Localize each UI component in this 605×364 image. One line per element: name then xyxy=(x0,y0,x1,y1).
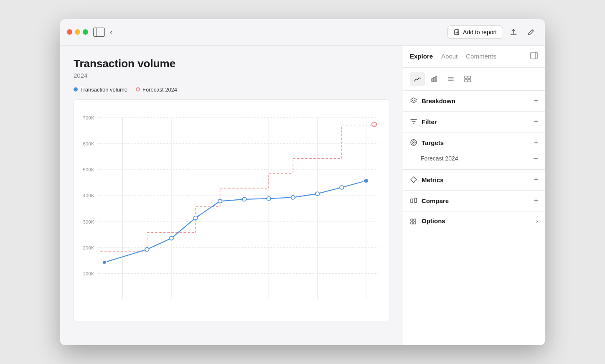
view-line-button[interactable] xyxy=(410,72,425,86)
options-arrow-icon: › xyxy=(536,218,538,224)
back-button[interactable]: ‹ xyxy=(110,28,112,36)
svg-text:700K: 700K xyxy=(83,115,94,120)
section-compare: Compare + xyxy=(403,191,545,211)
sidebar-toggle-icon[interactable] xyxy=(93,28,105,37)
app-window: ‹ Add to report xyxy=(60,19,545,345)
section-metrics: Metrics + xyxy=(403,170,545,191)
options-icon xyxy=(410,217,417,225)
forecast-remove-button[interactable]: − xyxy=(533,154,538,163)
section-breakdown: Breakdown + xyxy=(403,91,545,112)
legend-forecast: Forecast 2024 xyxy=(136,87,177,93)
chart-title: Transaction volume xyxy=(74,57,389,70)
svg-rect-49 xyxy=(414,198,417,203)
legend-label-forecast: Forecast 2024 xyxy=(142,87,177,93)
svg-point-22 xyxy=(102,260,107,264)
svg-point-27 xyxy=(242,197,247,201)
compare-add-button[interactable]: + xyxy=(534,196,538,205)
metrics-add-button[interactable]: + xyxy=(534,176,538,184)
layers-icon xyxy=(410,97,417,104)
compare-header[interactable]: Compare + xyxy=(403,191,545,211)
view-list-button[interactable] xyxy=(443,72,458,86)
panel-sections: Breakdown + Filter + xyxy=(403,91,545,345)
svg-point-47 xyxy=(413,142,414,143)
legend-transaction-volume: Transaction volume xyxy=(74,87,127,93)
main-content: Transaction volume 2024 Transaction volu… xyxy=(60,46,545,345)
svg-point-28 xyxy=(267,196,271,200)
compare-icon xyxy=(410,197,417,204)
svg-text:300K: 300K xyxy=(83,219,94,224)
tab-explore[interactable]: Explore xyxy=(410,53,433,60)
edit-icon xyxy=(527,28,535,36)
svg-rect-50 xyxy=(411,219,413,221)
share-button[interactable] xyxy=(506,25,521,39)
filter-header[interactable]: Filter + xyxy=(403,112,545,132)
svg-rect-51 xyxy=(411,222,413,224)
filter-title: Filter xyxy=(422,118,529,125)
svg-text:400K: 400K xyxy=(83,193,94,198)
svg-point-26 xyxy=(218,199,222,203)
compare-title: Compare xyxy=(422,197,529,204)
grid-icon xyxy=(464,75,471,83)
svg-text:200K: 200K xyxy=(83,245,94,250)
add-report-icon xyxy=(454,29,460,36)
svg-point-30 xyxy=(315,192,320,196)
target-icon xyxy=(410,139,417,146)
panel-collapse-icon[interactable] xyxy=(530,51,538,61)
edit-button[interactable] xyxy=(524,25,538,39)
right-panel: Explore About Comments xyxy=(403,46,545,345)
tab-comments[interactable]: Comments xyxy=(466,53,496,60)
chart-subtitle: 2024 xyxy=(74,72,389,79)
list-icon xyxy=(447,75,455,83)
filter-icon xyxy=(410,118,417,125)
share-icon xyxy=(510,28,517,36)
bar-chart-icon xyxy=(430,75,438,83)
svg-rect-35 xyxy=(432,79,433,81)
view-grid-button[interactable] xyxy=(460,72,475,86)
legend-dot-forecast xyxy=(136,87,140,92)
chart-panel: Transaction volume 2024 Transaction volu… xyxy=(60,46,403,345)
svg-rect-44 xyxy=(468,79,470,82)
svg-rect-53 xyxy=(414,222,416,224)
legend-dot-blue xyxy=(74,87,78,92)
options-title: Options xyxy=(422,217,532,224)
section-targets: Targets + Forecast 2024 − xyxy=(403,132,545,170)
metrics-header[interactable]: Metrics + xyxy=(403,170,545,190)
svg-text:100K: 100K xyxy=(83,271,94,276)
svg-rect-33 xyxy=(531,52,537,59)
targets-header[interactable]: Targets + xyxy=(403,132,545,153)
close-button[interactable] xyxy=(67,29,72,35)
diamond-icon xyxy=(410,176,417,183)
targets-sub: Forecast 2024 − xyxy=(403,153,545,169)
svg-point-31 xyxy=(340,186,344,189)
svg-rect-42 xyxy=(468,76,470,79)
forecast-2024-label: Forecast 2024 xyxy=(421,155,458,162)
svg-point-25 xyxy=(193,216,198,219)
targets-add-button[interactable]: + xyxy=(534,138,538,147)
chart-svg: 700K 600K 500K 400K 300K 200K 100K xyxy=(74,107,382,314)
maximize-button[interactable] xyxy=(83,29,88,35)
breakdown-add-button[interactable]: + xyxy=(534,97,538,105)
add-report-label: Add to report xyxy=(463,29,497,36)
breakdown-header[interactable]: Breakdown + xyxy=(403,91,545,111)
minimize-button[interactable] xyxy=(75,29,80,35)
chart-area: 700K 600K 500K 400K 300K 200K 100K xyxy=(74,99,389,321)
view-bar-button[interactable] xyxy=(427,72,442,86)
options-header[interactable]: Options › xyxy=(403,211,545,231)
svg-text:500K: 500K xyxy=(83,167,94,172)
svg-point-21 xyxy=(372,122,377,127)
filter-add-button[interactable]: + xyxy=(534,117,538,126)
svg-point-32 xyxy=(364,178,369,183)
line-chart-icon xyxy=(414,75,421,83)
panel-tabs: Explore About Comments xyxy=(403,46,545,68)
legend-label-transaction: Transaction volume xyxy=(80,87,127,93)
targets-title: Targets xyxy=(422,139,529,146)
svg-text:600K: 600K xyxy=(83,141,94,146)
svg-point-23 xyxy=(145,247,149,251)
svg-rect-52 xyxy=(414,219,416,221)
traffic-lights xyxy=(67,29,88,35)
add-to-report-button[interactable]: Add to report xyxy=(447,25,503,39)
chart-legend: Transaction volume Forecast 2024 xyxy=(74,87,389,93)
svg-point-24 xyxy=(169,236,173,240)
titlebar: ‹ Add to report xyxy=(60,19,545,46)
tab-about[interactable]: About xyxy=(441,53,458,60)
